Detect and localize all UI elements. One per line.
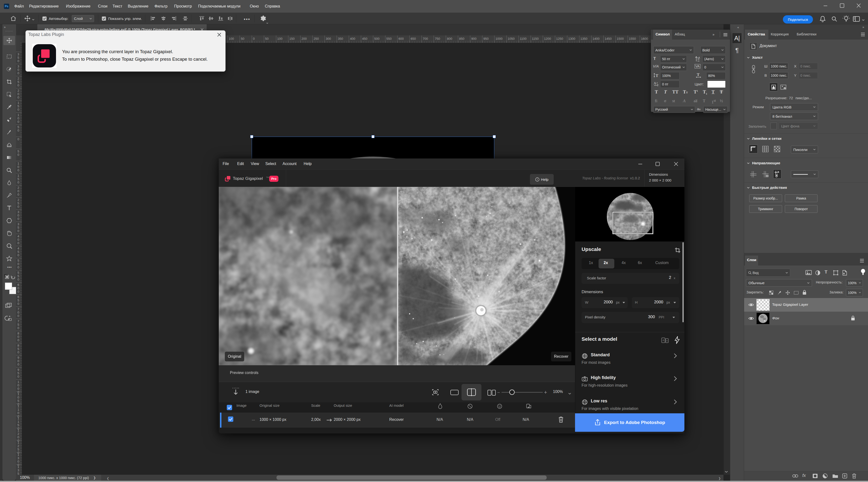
svg-text:A: A [698, 56, 700, 59]
svg-text:A: A [662, 339, 664, 342]
svg-text:T: T [655, 73, 658, 78]
svg-text:a: a [656, 81, 658, 84]
svg-text:B: B [666, 340, 668, 342]
svg-text:T: T [697, 72, 700, 77]
svg-text:i: i [537, 178, 537, 181]
svg-text:A: A [654, 81, 656, 85]
